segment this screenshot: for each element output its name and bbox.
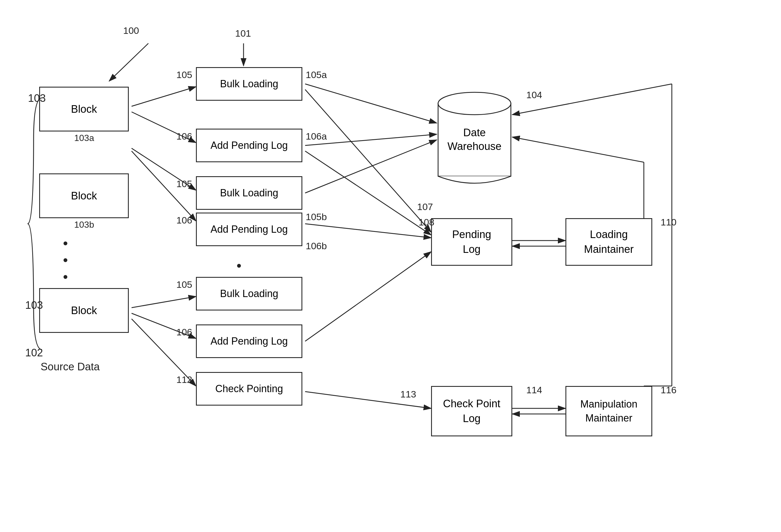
block-103a: Block: [39, 87, 129, 131]
ref-110: 110: [661, 217, 676, 228]
check-point-log: Check PointLog: [431, 386, 512, 436]
ref-100: 100: [123, 25, 139, 36]
manipulation-maintainer: ManipulationMaintainer: [566, 386, 652, 436]
svg-line-13: [305, 140, 437, 193]
svg-line-16: [305, 89, 431, 232]
ref-108: 108: [418, 217, 435, 228]
ref-114: 114: [526, 385, 542, 396]
bulk-loading-1: Bulk Loading: [196, 67, 302, 101]
loading-maintainer: LoadingMaintainer: [566, 218, 652, 266]
check-pointing: Check Pointing: [196, 372, 302, 406]
svg-line-2: [109, 43, 148, 81]
date-warehouse-container: DateWarehouse: [437, 89, 512, 190]
bulk-loading-3: Bulk Loading: [196, 277, 302, 310]
ref-101: 101: [235, 28, 251, 39]
block-103-bottom: Block: [39, 288, 129, 333]
pending-log: PendingLog: [431, 218, 512, 266]
svg-line-11: [305, 84, 437, 123]
svg-line-17: [305, 252, 431, 341]
ref-103b: 103b: [74, 220, 94, 230]
ref-106-top: 106: [176, 131, 192, 142]
ref-106-bot: 106: [176, 327, 192, 338]
svg-line-21: [512, 137, 644, 162]
ref-105-mid: 105: [176, 178, 192, 189]
svg-line-4: [131, 87, 196, 106]
diagram: 100 101 Block 103 103a Block 103b ••• Bl…: [0, 0, 781, 532]
ref-103a: 103a: [74, 133, 94, 143]
svg-line-14: [305, 151, 431, 235]
ref-112: 112: [176, 374, 192, 385]
dots-1: •••: [63, 235, 68, 285]
source-data-label: Source Data: [41, 361, 100, 373]
ref-105b: 105b: [306, 212, 327, 222]
svg-line-8: [131, 297, 196, 308]
ref-113: 113: [400, 389, 416, 400]
add-pending-log-3: Add Pending Log: [196, 324, 302, 358]
ref-107: 107: [417, 202, 433, 212]
add-pending-log-2: Add Pending Log: [196, 213, 302, 246]
ref-105-top: 105: [176, 70, 192, 80]
ref-105a: 105a: [306, 70, 327, 80]
svg-line-15: [305, 224, 431, 238]
ref-106b: 106b: [306, 240, 327, 252]
block-103b: Block: [39, 173, 129, 218]
ref-106-mid: 106: [176, 215, 192, 226]
svg-point-29: [438, 92, 511, 115]
add-pending-log-1: Add Pending Log: [196, 129, 302, 162]
ref-116: 116: [661, 385, 676, 396]
source-brace: [23, 84, 45, 364]
ref-105-bot: 105: [176, 279, 192, 290]
bulk-loading-2: Bulk Loading: [196, 176, 302, 210]
ref-106a: 106a: [306, 131, 327, 142]
ref-104: 104: [526, 89, 542, 100]
